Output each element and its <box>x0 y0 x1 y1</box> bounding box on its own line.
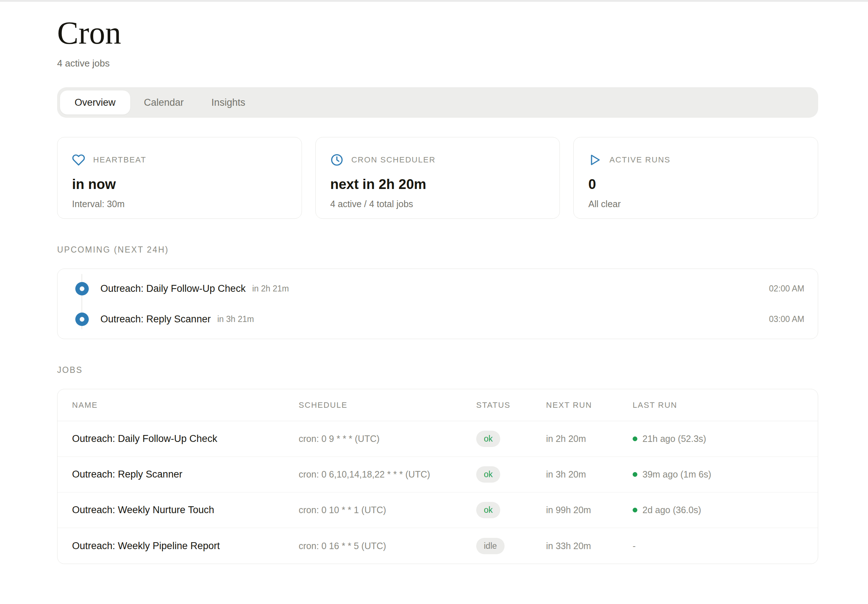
job-next-run: in 2h 20m <box>546 434 632 444</box>
job-last-run-text: 39m ago (1m 6s) <box>642 469 711 480</box>
column-header-schedule: SCHEDULE <box>299 400 476 410</box>
clock-icon <box>330 153 343 167</box>
job-next-run: in 3h 20m <box>546 469 632 480</box>
job-schedule: cron: 0 6,10,14,18,22 * * * (UTC) <box>299 469 476 480</box>
jobs-section-heading: JOBS <box>57 365 818 375</box>
play-icon <box>588 153 601 167</box>
upcoming-item-eta: in 3h 21m <box>217 314 254 324</box>
upcoming-item-name: Outreach: Daily Follow-Up Check <box>101 283 246 294</box>
table-row[interactable]: Outreach: Weekly Nurture Touch cron: 0 1… <box>57 493 818 528</box>
status-badge: idle <box>476 538 505 554</box>
success-dot-icon <box>632 508 637 513</box>
cron-scheduler-sub: 4 active / 4 total jobs <box>330 199 545 209</box>
upcoming-section-heading: UPCOMING (NEXT 24H) <box>57 245 818 255</box>
cron-scheduler-card-header: CRON SCHEDULER <box>330 153 545 167</box>
cron-scheduler-label: CRON SCHEDULER <box>352 155 436 165</box>
job-schedule: cron: 0 10 * * 1 (UTC) <box>299 505 476 515</box>
job-name: Outreach: Daily Follow-Up Check <box>72 433 299 445</box>
active-runs-value: 0 <box>588 177 803 192</box>
page-title: Cron <box>57 17 818 49</box>
timeline-dot-icon <box>75 282 89 295</box>
jobs-table: NAME SCHEDULE STATUS NEXT RUN LAST RUN O… <box>57 389 818 564</box>
table-row[interactable]: Outreach: Reply Scanner cron: 0 6,10,14,… <box>57 457 818 493</box>
job-schedule: cron: 0 16 * * 5 (UTC) <box>299 541 476 551</box>
stat-cards: HEARTBEAT in now Interval: 30m CRON SCHE… <box>57 137 818 219</box>
tab-bar: Overview Calendar Insights <box>57 87 818 118</box>
status-badge: ok <box>476 502 500 518</box>
upcoming-item-eta: in 2h 21m <box>252 284 289 294</box>
job-last-run-text: 21h ago (52.3s) <box>642 434 706 444</box>
table-row[interactable]: Outreach: Weekly Pipeline Report cron: 0… <box>57 528 818 564</box>
upcoming-item[interactable]: Outreach: Reply Scanner in 3h 21m 03:00 … <box>57 304 804 334</box>
cron-page: Cron 4 active jobs Overview Calendar Ins… <box>57 17 818 564</box>
job-next-run: in 99h 20m <box>546 505 632 515</box>
cron-scheduler-card: CRON SCHEDULER next in 2h 20m 4 active /… <box>315 137 560 219</box>
top-divider <box>0 0 868 2</box>
tab-calendar-label: Calendar <box>144 97 184 108</box>
heartbeat-card: HEARTBEAT in now Interval: 30m <box>57 137 302 219</box>
column-header-last-run: LAST RUN <box>632 400 803 410</box>
table-row[interactable]: Outreach: Daily Follow-Up Check cron: 0 … <box>57 421 818 457</box>
column-header-name: NAME <box>72 400 299 410</box>
active-jobs-count: 4 active jobs <box>57 58 818 69</box>
column-header-next-run: NEXT RUN <box>546 400 632 410</box>
job-last-run: - <box>632 541 803 551</box>
active-runs-card-header: ACTIVE RUNS <box>588 153 803 167</box>
cron-scheduler-value: next in 2h 20m <box>330 177 545 192</box>
upcoming-list: Outreach: Daily Follow-Up Check in 2h 21… <box>57 269 818 339</box>
tab-insights-label: Insights <box>211 97 245 108</box>
column-header-status: STATUS <box>476 400 546 410</box>
tab-overview-label: Overview <box>74 97 116 108</box>
upcoming-item[interactable]: Outreach: Daily Follow-Up Check in 2h 21… <box>57 273 804 304</box>
heart-icon <box>72 153 85 167</box>
status-badge: ok <box>476 431 500 447</box>
tab-insights[interactable]: Insights <box>198 91 259 114</box>
upcoming-item-time: 02:00 AM <box>769 284 804 294</box>
job-name: Outreach: Reply Scanner <box>72 469 299 480</box>
heartbeat-label: HEARTBEAT <box>93 155 146 165</box>
active-runs-card: ACTIVE RUNS 0 All clear <box>574 137 818 219</box>
heartbeat-value: in now <box>72 177 287 192</box>
job-name: Outreach: Weekly Pipeline Report <box>72 541 299 551</box>
job-last-run: 21h ago (52.3s) <box>632 434 803 444</box>
upcoming-item-time: 03:00 AM <box>769 314 804 324</box>
tab-overview[interactable]: Overview <box>60 91 130 114</box>
timeline-dot-icon <box>75 312 89 326</box>
upcoming-item-name: Outreach: Reply Scanner <box>101 314 211 325</box>
job-last-run: 39m ago (1m 6s) <box>632 469 803 480</box>
job-name: Outreach: Weekly Nurture Touch <box>72 504 299 516</box>
jobs-table-header: NAME SCHEDULE STATUS NEXT RUN LAST RUN <box>57 389 818 421</box>
job-last-run-text: 2d ago (36.0s) <box>642 505 701 515</box>
success-dot-icon <box>632 436 637 441</box>
job-next-run: in 33h 20m <box>546 541 632 551</box>
job-last-run: 2d ago (36.0s) <box>632 505 803 515</box>
heartbeat-card-header: HEARTBEAT <box>72 153 287 167</box>
tab-calendar[interactable]: Calendar <box>130 91 198 114</box>
heartbeat-sub: Interval: 30m <box>72 199 287 209</box>
success-dot-icon <box>632 472 637 477</box>
active-runs-label: ACTIVE RUNS <box>609 155 670 165</box>
job-schedule: cron: 0 9 * * * (UTC) <box>299 434 476 444</box>
active-runs-sub: All clear <box>588 199 803 209</box>
status-badge: ok <box>476 466 500 483</box>
job-last-run-text: - <box>632 541 636 551</box>
